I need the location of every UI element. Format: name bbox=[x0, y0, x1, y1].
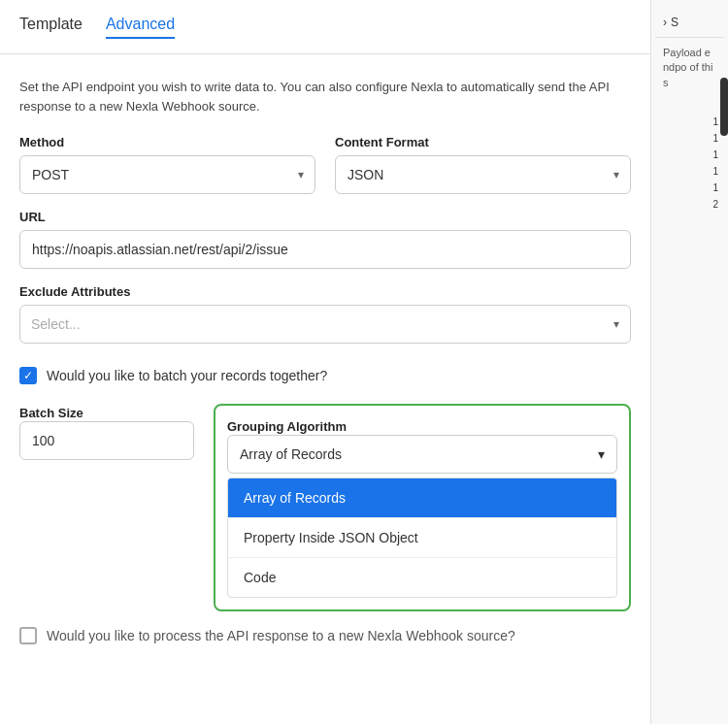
checkmark-icon: ✓ bbox=[23, 370, 33, 381]
grouping-algorithm-selected-value: Array of Records bbox=[240, 446, 342, 462]
grouping-container: Grouping Algorithm Array of Records ▾ Ar… bbox=[214, 404, 631, 611]
tabs-bar: Template Advanced bbox=[0, 0, 650, 54]
batch-size-input[interactable] bbox=[19, 421, 194, 460]
batch-grouping-row: Batch Size Grouping Algorithm Array of R… bbox=[19, 404, 631, 611]
exclude-attributes-select-wrapper: ▾ Select... bbox=[19, 305, 631, 344]
grouping-algo-group: Grouping Algorithm Array of Records ▾ Ar… bbox=[214, 404, 631, 611]
process-checkbox-label: Would you like to process the API respon… bbox=[47, 627, 515, 646]
url-group: URL bbox=[19, 210, 631, 269]
right-panel-description: Payload endpo of this bbox=[655, 38, 724, 98]
method-format-row: Method POST GET PUT ▾ Content Format JSO… bbox=[19, 135, 631, 194]
grouping-algorithm-dropdown-menu: Array of Records Property Inside JSON Ob… bbox=[227, 477, 617, 598]
process-checkbox[interactable] bbox=[19, 627, 37, 644]
content-format-label: Content Format bbox=[335, 135, 631, 149]
batch-checkbox-row[interactable]: ✓ Would you like to batch your records t… bbox=[19, 367, 631, 384]
dropdown-item-code[interactable]: Code bbox=[228, 557, 616, 597]
batch-checkbox-label: Would you like to batch your records tog… bbox=[47, 368, 327, 383]
collapse-chevron-icon: › bbox=[663, 16, 667, 29]
tab-template[interactable]: Template bbox=[19, 16, 83, 39]
batch-size-label: Batch Size bbox=[19, 406, 83, 420]
dropdown-item-property-inside-json[interactable]: Property Inside JSON Object bbox=[228, 517, 616, 557]
main-panel: Template Advanced Set the API endpoint y… bbox=[0, 0, 650, 724]
tick-marks: 1 1 1 1 1 2 bbox=[712, 116, 718, 210]
dropdown-item-array-of-records[interactable]: Array of Records bbox=[228, 478, 616, 517]
grouping-algorithm-dropdown-trigger[interactable]: Array of Records ▾ bbox=[227, 435, 617, 474]
exclude-attributes-label: Exclude Attributes bbox=[19, 284, 631, 299]
batch-size-group: Batch Size bbox=[19, 404, 194, 460]
collapse-label: S bbox=[671, 16, 678, 29]
right-panel-collapsed-section[interactable]: › S bbox=[655, 8, 724, 38]
method-group: Method POST GET PUT ▾ bbox=[19, 135, 315, 194]
batch-checkbox[interactable]: ✓ bbox=[19, 367, 37, 384]
tab-advanced[interactable]: Advanced bbox=[106, 16, 175, 39]
url-input[interactable] bbox=[19, 230, 631, 269]
content-format-select[interactable]: JSON XML bbox=[335, 155, 631, 194]
method-select[interactable]: POST GET PUT bbox=[19, 155, 315, 194]
method-select-wrapper: POST GET PUT ▾ bbox=[19, 155, 315, 194]
right-panel: › S Payload endpo of this 1 1 1 1 1 2 bbox=[650, 0, 728, 724]
grouping-algorithm-chevron-icon: ▾ bbox=[598, 446, 605, 462]
description-text: Set the API endpoint you wish to write d… bbox=[19, 78, 631, 115]
content-area: Set the API endpoint you wish to write d… bbox=[0, 54, 650, 724]
process-checkbox-row[interactable]: Would you like to process the API respon… bbox=[19, 627, 631, 646]
scroll-indicator[interactable] bbox=[720, 78, 728, 136]
exclude-attributes-group: Exclude Attributes ▾ Select... bbox=[19, 284, 631, 344]
content-format-group: Content Format JSON XML ▾ bbox=[335, 135, 631, 194]
content-format-select-wrapper: JSON XML ▾ bbox=[335, 155, 631, 194]
method-label: Method bbox=[19, 135, 315, 149]
grouping-algorithm-label: Grouping Algorithm bbox=[227, 419, 347, 434]
url-label: URL bbox=[19, 210, 631, 224]
exclude-attributes-select[interactable] bbox=[19, 305, 631, 344]
